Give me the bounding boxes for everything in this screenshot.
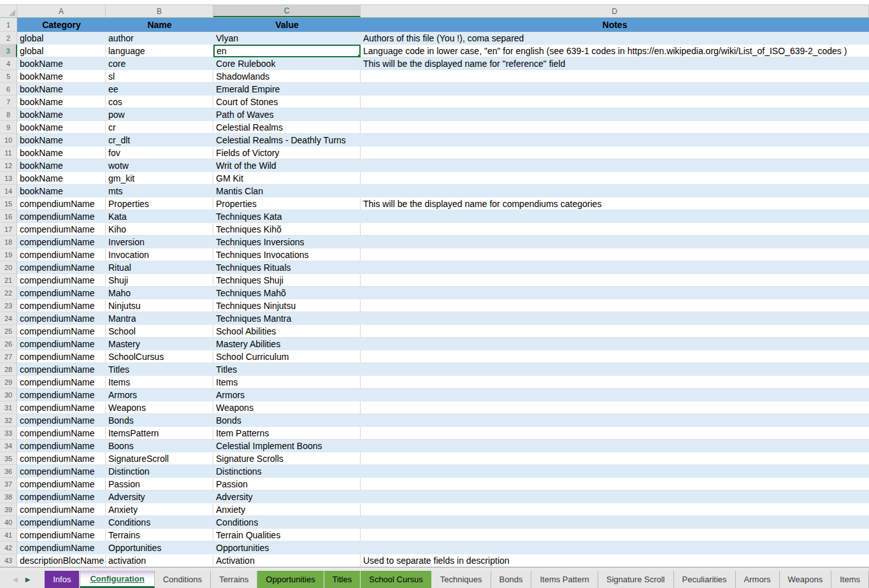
cell-category[interactable]: descriptionBlocName	[17, 554, 106, 567]
cell-notes[interactable]	[361, 516, 869, 529]
cell-category[interactable]: bookName	[17, 147, 106, 159]
header-cell-notes[interactable]: Notes	[361, 18, 869, 32]
cell-notes[interactable]	[361, 287, 869, 299]
cell-value[interactable]: Techniques Mantra	[213, 312, 361, 325]
cell-value[interactable]: Adversity	[213, 491, 361, 503]
cell-category[interactable]: compendiumName	[17, 516, 106, 529]
cell-category[interactable]: compendiumName	[17, 325, 106, 338]
cell-name[interactable]: Bonds	[106, 414, 213, 427]
row-number[interactable]: 13	[0, 172, 17, 185]
cell-notes[interactable]	[361, 389, 869, 401]
cell-category[interactable]: compendiumName	[17, 261, 106, 274]
cell-name[interactable]: cr	[106, 121, 213, 134]
cell-name[interactable]: Ninjutsu	[106, 299, 213, 312]
row-number[interactable]: 42	[0, 541, 17, 554]
cell-notes[interactable]	[361, 478, 869, 491]
row-number[interactable]: 14	[0, 185, 17, 197]
cell-name[interactable]: SchoolCursus	[106, 350, 213, 363]
row-number[interactable]: 10	[0, 134, 17, 147]
cell-notes[interactable]	[361, 325, 869, 338]
row-number[interactable]: 30	[0, 389, 17, 401]
cell-value[interactable]: Techniques Invocations	[213, 248, 361, 261]
sheet-tab-armors[interactable]: Armors	[736, 571, 780, 588]
cell-value[interactable]: Mantis Clan	[213, 185, 361, 197]
cell-name[interactable]: Invocation	[106, 248, 213, 261]
cell-category[interactable]: compendiumName	[17, 299, 106, 312]
cell-category[interactable]: compendiumName	[17, 529, 106, 541]
cell-category[interactable]: compendiumName	[17, 287, 106, 299]
cell-category[interactable]: compendiumName	[17, 248, 106, 261]
cell-notes[interactable]	[361, 491, 869, 503]
cell-value[interactable]: School Curriculum	[213, 350, 361, 363]
row-number[interactable]: 27	[0, 350, 17, 363]
row-number[interactable]: 5	[0, 70, 17, 83]
row-number[interactable]: 39	[0, 503, 17, 516]
row-number[interactable]: 33	[0, 427, 17, 440]
cell-name[interactable]: author	[106, 32, 213, 45]
cell-name[interactable]: Terrains	[106, 529, 213, 541]
cell-value[interactable]: Properties	[213, 197, 361, 210]
sheet-tab-signature-scroll[interactable]: Signature Scroll	[598, 571, 674, 588]
row-number[interactable]: 21	[0, 274, 17, 287]
cell-notes[interactable]	[361, 338, 869, 350]
cell-category[interactable]: bookName	[17, 134, 106, 147]
cell-category[interactable]: compendiumName	[17, 465, 106, 478]
cell-value[interactable]: Titles	[213, 363, 361, 376]
row-number[interactable]: 38	[0, 491, 17, 503]
cell-notes[interactable]	[361, 147, 869, 159]
cell-notes[interactable]	[361, 401, 869, 414]
cell-value[interactable]: Emerald Empire	[213, 83, 361, 96]
row-number[interactable]: 16	[0, 210, 17, 223]
cell-name[interactable]: Passion	[106, 478, 213, 491]
cell-category[interactable]: bookName	[17, 185, 106, 197]
cell-name[interactable]: Opportunities	[106, 541, 213, 554]
cell-category[interactable]: compendiumName	[17, 236, 106, 248]
cell-notes[interactable]	[361, 185, 869, 197]
cell-name[interactable]: Mantra	[106, 312, 213, 325]
cell-notes[interactable]	[361, 350, 869, 363]
cell-category[interactable]: bookName	[17, 57, 106, 70]
sheet-tab-opportunities[interactable]: Opportunities	[257, 571, 324, 588]
cell-category[interactable]: compendiumName	[17, 452, 106, 465]
cell-name[interactable]: Armors	[106, 389, 213, 401]
cell-name[interactable]: sl	[106, 70, 213, 83]
cell-notes[interactable]	[361, 541, 869, 554]
row-number[interactable]: 8	[0, 108, 17, 121]
row-number[interactable]: 25	[0, 325, 17, 338]
sheet-tab-titles[interactable]: Titles	[324, 571, 361, 588]
row-number[interactable]: 6	[0, 83, 17, 96]
cell-name[interactable]: ee	[106, 83, 213, 96]
column-header-a[interactable]: A	[17, 5, 106, 17]
cell-name[interactable]: activation	[106, 554, 213, 567]
cell-name[interactable]: Boons	[106, 440, 213, 452]
cell-notes[interactable]	[361, 210, 869, 223]
cell-category[interactable]: global	[17, 45, 106, 57]
cell-value[interactable]: Techniques Ninjutsu	[213, 299, 361, 312]
cell-category[interactable]: compendiumName	[17, 312, 106, 325]
cell-notes[interactable]	[361, 236, 869, 248]
cell-category[interactable]: compendiumName	[17, 414, 106, 427]
cell-value[interactable]: Opportunities	[213, 541, 361, 554]
row-number[interactable]: 18	[0, 236, 17, 248]
cell-value[interactable]: en	[213, 45, 361, 57]
cell-category[interactable]: bookName	[17, 172, 106, 185]
row-number[interactable]: 32	[0, 414, 17, 427]
cell-notes[interactable]: This will be the displayed name for comp…	[361, 197, 869, 210]
cell-value[interactable]: Items	[213, 376, 361, 389]
cell-notes[interactable]	[361, 121, 869, 134]
cell-name[interactable]: Kiho	[106, 223, 213, 236]
cell-notes[interactable]	[361, 159, 869, 172]
sheet-tab-infos[interactable]: Infos	[45, 571, 80, 588]
cell-value[interactable]: Techniques Rituals	[213, 261, 361, 274]
row-number[interactable]: 37	[0, 478, 17, 491]
cell-value[interactable]: GM Kit	[213, 172, 361, 185]
cell-category[interactable]: compendiumName	[17, 376, 106, 389]
cell-notes[interactable]: This will be the displayed name for "ref…	[361, 57, 869, 70]
cell-name[interactable]: fov	[106, 147, 213, 159]
cell-value[interactable]: Celestial Implement Boons	[213, 440, 361, 452]
cell-name[interactable]: cr_dlt	[106, 134, 213, 147]
cell-notes[interactable]	[361, 376, 869, 389]
cell-notes[interactable]	[361, 465, 869, 478]
cell-name[interactable]: Anxiety	[106, 503, 213, 516]
cell-name[interactable]: ItemsPattern	[106, 427, 213, 440]
